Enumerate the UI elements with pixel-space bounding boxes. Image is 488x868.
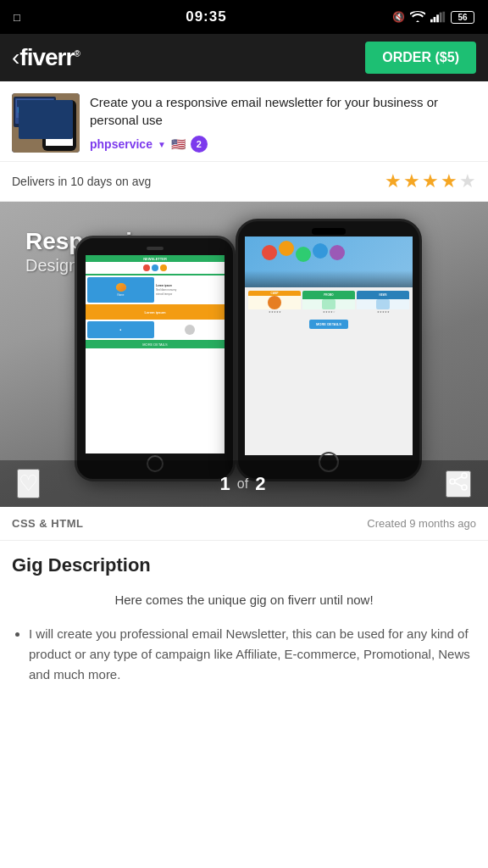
gig-thumbnail	[12, 93, 80, 153]
card-3: NEWS ★★★★★	[357, 291, 409, 314]
status-left-icon: □	[14, 11, 20, 24]
current-page: 1	[220, 473, 230, 495]
mute-icon: 🔇	[392, 11, 405, 23]
svg-rect-3	[440, 13, 442, 23]
star-2: ★	[403, 170, 420, 192]
svg-rect-9	[18, 108, 28, 113]
svg-rect-1	[434, 17, 436, 22]
svg-rect-2	[436, 14, 439, 22]
gig-created: Created 9 months ago	[367, 517, 476, 530]
gig-meta: CSS & HTML Created 9 months ago	[0, 507, 488, 541]
seller-name[interactable]: phpservice	[90, 137, 152, 151]
delivery-text: Delivers in 10 days on avg	[12, 175, 151, 188]
list-item: I will create you professional email New…	[29, 624, 476, 685]
card-2: PROMO ★★★★☆	[302, 291, 355, 314]
gig-header: Create you a responsive email newsletter…	[0, 81, 488, 162]
person-avatar	[330, 245, 345, 260]
back-button[interactable]: ‹ fiverr®	[12, 44, 80, 71]
front-email-content: CAMP ★★★★★ PROMO	[245, 287, 413, 335]
status-bar: □ 09:35 🔇 56	[0, 0, 488, 34]
carousel-controls: ♡ 1 of 2	[0, 460, 488, 507]
svg-rect-6	[15, 98, 54, 124]
svg-point-21	[462, 473, 467, 478]
people-image	[245, 236, 413, 287]
status-time: 09:35	[186, 8, 226, 25]
star-rating: ★ ★ ★ ★ ★	[385, 170, 476, 192]
card-1: CAMP ★★★★★	[248, 291, 301, 314]
person-avatar	[296, 247, 311, 262]
fiverr-logo: fiverr®	[19, 44, 79, 71]
gig-tags: CSS & HTML	[12, 517, 83, 530]
share-button[interactable]	[446, 470, 471, 498]
seller-info: phpservice ▼ 🇺🇸 2	[90, 136, 476, 153]
svg-rect-0	[430, 19, 433, 23]
back-chevron-icon: ‹	[12, 44, 19, 71]
order-button[interactable]: ORDER ($5)	[365, 42, 476, 74]
svg-rect-16	[46, 107, 73, 117]
favorite-button[interactable]: ♡	[17, 469, 40, 498]
card-row-1: CAMP ★★★★★ PROMO	[248, 291, 409, 314]
svg-rect-7	[16, 99, 53, 118]
description-list: I will create you professional email New…	[12, 624, 476, 685]
svg-rect-18	[60, 119, 72, 127]
star-1: ★	[385, 170, 402, 192]
svg-rect-8	[17, 100, 53, 107]
svg-point-22	[462, 485, 467, 490]
svg-rect-13	[25, 131, 45, 134]
phone-back: NEWSLETTER Name	[75, 236, 236, 481]
svg-rect-10	[30, 108, 40, 113]
carousel-indicator: 1 of 2	[220, 473, 266, 495]
phone-front: CAMP ★★★★★ PROMO	[236, 219, 422, 481]
flag-icon: 🇺🇸	[171, 137, 186, 151]
svg-line-25	[455, 482, 462, 486]
status-right-icons: 🔇 56	[392, 11, 474, 24]
gig-title-block: Create you a responsive email newsletter…	[90, 93, 476, 153]
battery-indicator: 56	[451, 11, 474, 24]
total-pages: 2	[255, 473, 265, 495]
description-title: Gig Description	[12, 554, 476, 576]
phone-front-screen: CAMP ★★★★★ PROMO	[245, 236, 413, 455]
phone-mockups: NEWSLETTER Name	[58, 219, 430, 490]
signal-icon	[430, 11, 446, 23]
svg-rect-5	[14, 97, 56, 127]
badge-count: 2	[191, 136, 208, 153]
thumbnail-image	[12, 93, 80, 153]
person-avatar	[279, 241, 294, 256]
dropdown-icon: ▼	[158, 140, 166, 149]
svg-line-24	[455, 476, 462, 480]
star-4: ★	[441, 170, 458, 192]
person-avatar	[262, 245, 277, 260]
gig-description: Gig Description Here comes the unique gi…	[0, 541, 488, 705]
star-5: ★	[459, 170, 476, 192]
phone-notch	[312, 228, 346, 235]
image-carousel: Responsive Design... NEWSLETTER	[0, 202, 488, 507]
svg-rect-15	[46, 107, 73, 146]
of-label: of	[237, 476, 248, 492]
delivery-bar: Delivers in 10 days on avg ★ ★ ★ ★ ★	[0, 162, 488, 202]
svg-rect-11	[42, 108, 52, 113]
svg-point-23	[450, 479, 455, 484]
wifi-icon	[410, 11, 425, 23]
gig-title: Create you a responsive email newsletter…	[90, 93, 476, 129]
description-intro: Here comes the unique gig on fiverr unti…	[12, 590, 476, 610]
svg-rect-19	[47, 129, 58, 136]
svg-rect-20	[60, 129, 72, 136]
person-avatar	[313, 243, 328, 259]
svg-rect-17	[47, 119, 58, 127]
star-3: ★	[422, 170, 439, 192]
phone-back-screen: NEWSLETTER Name	[86, 255, 225, 453]
svg-rect-4	[442, 12, 445, 23]
nav-bar: ‹ fiverr® ORDER ($5)	[0, 34, 488, 81]
